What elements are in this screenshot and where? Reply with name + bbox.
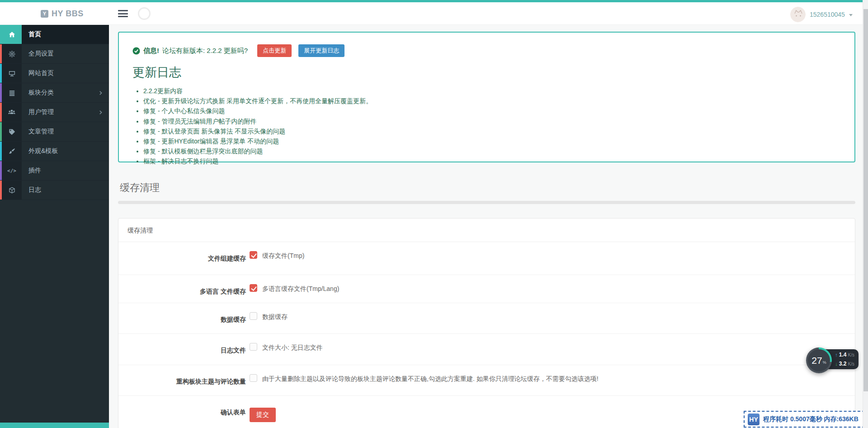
section-divider [118, 201, 855, 204]
update-now-button[interactable]: 点击更新 [257, 44, 292, 57]
sidebar-item-logs[interactable]: 日志 [0, 181, 109, 200]
monitor-icon [0, 64, 22, 83]
checkbox-file-cache[interactable] [250, 251, 257, 259]
scrollbar-thumb[interactable] [863, 9, 868, 391]
checkbox-label: 多语言缓存文件(Tmp/Lang) [262, 284, 339, 293]
check-circle-icon [132, 47, 140, 55]
sidebar: 首页 全局设置 网站首页 板块分类 [0, 25, 109, 428]
sidebar-item-label: 首页 [22, 25, 109, 44]
alert-title: 信息! [143, 47, 159, 55]
sidebar-item-label: 板块分类 [22, 83, 98, 102]
upload-speed: 1.4 [839, 352, 847, 358]
tag-icon [0, 122, 22, 141]
row-label: 日志文件 [118, 334, 246, 365]
changelog-item: 修复 - 默认登录页面 新头像算法 不显示头像的问题 [143, 126, 841, 136]
brush-icon [0, 142, 22, 161]
avatar-placeholder[interactable] [138, 7, 151, 20]
sidebar-item-label: 文章管理 [22, 122, 109, 141]
users-icon [0, 103, 22, 122]
checkbox-label: 文件大小: 无日志文件 [262, 343, 323, 352]
cpu-percent-unit: % [823, 360, 826, 365]
form-row-lang-cache: 多语言 文件缓存 多语言缓存文件(Tmp/Lang) [118, 275, 855, 303]
changelog-item: 修复 - 默认模板侧边栏悬浮突出底部的问题 [143, 146, 841, 156]
changelog-item: 修复 - 个人中心私信头像问题 [143, 106, 841, 116]
sidebar-item-site-home[interactable]: 网站首页 [0, 64, 109, 83]
sidebar-item-boards[interactable]: 板块分类 [0, 83, 109, 103]
download-unit: K/s [848, 361, 854, 366]
expand-changelog-button[interactable]: 展开更新日志 [298, 44, 344, 57]
row-label: 数据缓存 [118, 303, 246, 333]
download-speed: 3.2 [839, 361, 847, 367]
sidebar-item-plugins[interactable]: </> 插件 [0, 161, 109, 181]
cube-icon [0, 181, 22, 200]
performance-monitor: ↑ 1.4 K/s ↓ 3.2 K/s 27 % [806, 347, 865, 373]
form-row-log-files: 日志文件 文件大小: 无日志文件 [118, 334, 855, 365]
sidebar-item-appearance[interactable]: 外观&模板 [0, 142, 109, 161]
form-row-rebuild-counts: 重构板块主题与评论数量 由于大量删除主题以及评论导致的板块主题评论数量不正确,勾… [118, 365, 855, 396]
row-label: 多语言 文件缓存 [118, 275, 246, 303]
checkbox-rebuild-counts[interactable] [250, 374, 257, 382]
row-label: 文件组建缓存 [118, 242, 246, 275]
form-row-data-cache: 数据缓存 数据缓存 [118, 303, 855, 334]
list-icon [0, 83, 22, 102]
changelog-item: 修复 - 管理员无法编辑用户帖子内的附件 [143, 116, 841, 126]
username: 1526510045 [810, 11, 845, 18]
sidebar-item-articles[interactable]: 文章管理 [0, 122, 109, 142]
sidebar-item-label: 网站首页 [22, 64, 109, 83]
checkbox-label: 数据缓存 [262, 312, 288, 321]
cache-clean-panel: 缓存清理 文件组建缓存 缓存文件(Tmp) 多语言 文件缓存 多语言缓存文件(T… [118, 218, 855, 428]
sidebar-item-label: 全局设置 [22, 44, 109, 63]
sidebar-item-label: 外观&模板 [22, 142, 109, 161]
user-avatar [790, 7, 806, 22]
scrollbar-track [863, 0, 868, 428]
sidebar-item-label: 用户管理 [22, 103, 98, 122]
sidebar-item-home[interactable]: 首页 [0, 25, 109, 44]
changelog-item: 修复 - 更新HYEditor编辑器 悬浮菜单 不动的问题 [143, 136, 841, 146]
sidebar-item-users[interactable]: 用户管理 [0, 103, 109, 122]
checkbox-data-cache[interactable] [250, 312, 257, 320]
hy-logo: HY [748, 414, 760, 425]
cpu-usage-circle[interactable]: 27 % [806, 347, 832, 373]
sidebar-item-label: 插件 [22, 161, 109, 180]
upload-arrow-icon: ↑ [835, 352, 838, 357]
changelog-list: 2.2.2更新内容 优化 - 更新升级论坛方式换新 采用单文件逐个更新，不再使用… [132, 86, 841, 166]
changelog-item: 优化 - 更新升级论坛方式换新 采用单文件逐个更新，不再使用全量解压覆盖更新。 [143, 96, 841, 106]
changelog-item: 框架 - 解决日志不换行问题 [143, 156, 841, 166]
checkbox-log-files[interactable] [250, 343, 257, 351]
sidebar-toggle-icon[interactable] [118, 10, 128, 19]
panel-title: 缓存清理 [118, 219, 855, 242]
chevron-right-icon [98, 103, 103, 122]
user-menu[interactable]: 1526510045 [790, 6, 853, 23]
row-label: 确认表单 [118, 396, 246, 428]
upload-unit: K/s [848, 352, 854, 357]
row-label: 重构板块主题与评论数量 [118, 365, 246, 395]
alert-message: 论坛有新版本: 2.2.2 更新吗? [162, 47, 248, 55]
submit-button[interactable]: 提交 [250, 408, 276, 422]
main-content: 信息! 论坛有新版本: 2.2.2 更新吗? 点击更新 展开更新日志 更新日志 … [109, 25, 863, 428]
debug-badge: HY 程序耗时 0.5007毫秒 内存:636KB [744, 411, 865, 428]
header-bar: Y HY BBS 1526510045 [0, 2, 868, 25]
cpu-percent: 27 [811, 355, 822, 366]
form-row-file-cache: 文件组建缓存 缓存文件(Tmp) [118, 242, 855, 275]
top-accent-strip [0, 0, 868, 2]
changelog-item: 2.2.2更新内容 [143, 86, 841, 96]
page-title: 缓存清理 [120, 181, 855, 195]
update-alert: 信息! 论坛有新版本: 2.2.2 更新吗? 点击更新 展开更新日志 更新日志 … [118, 32, 855, 162]
changelog-title: 更新日志 [132, 64, 841, 81]
debug-stats-text: 程序耗时 0.5007毫秒 内存:636KB [763, 415, 859, 423]
download-arrow-icon: ↓ [835, 361, 838, 366]
checkbox-label: 缓存文件(Tmp) [262, 251, 304, 260]
brand-logo[interactable]: Y HY BBS [41, 2, 84, 25]
home-icon [0, 25, 22, 44]
checkbox-label: 由于大量删除主题以及评论导致的板块主题评论数量不正确,勾选此方案重建. 如果你只… [262, 374, 599, 383]
gear-icon [0, 44, 22, 63]
code-icon: </> [0, 161, 22, 180]
caret-down-icon [849, 14, 853, 16]
sidebar-item-label: 日志 [22, 181, 109, 200]
checkbox-lang-cache[interactable] [250, 284, 257, 292]
sidebar-item-global-settings[interactable]: 全局设置 [0, 44, 109, 64]
brand-text: HY BBS [52, 9, 84, 19]
chevron-right-icon [98, 83, 103, 102]
brand-icon: Y [41, 10, 48, 18]
sidebar-footer-strip[interactable] [0, 423, 109, 428]
